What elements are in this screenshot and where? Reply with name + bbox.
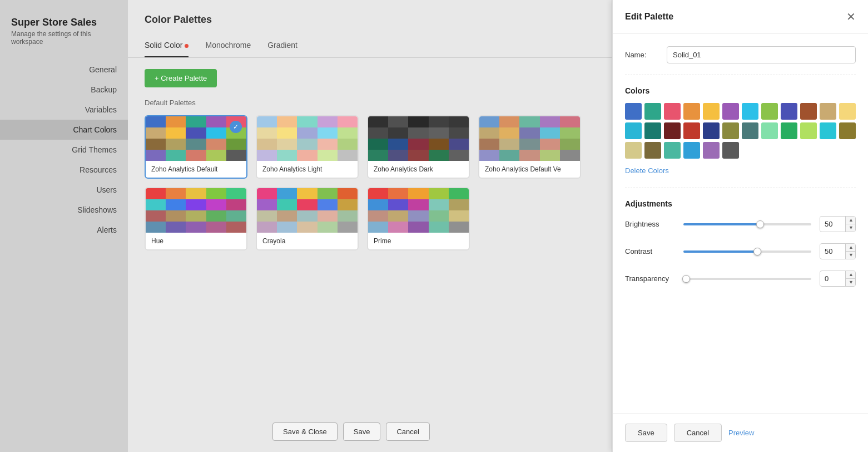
contrast-label: Contrast — [625, 247, 675, 256]
color-swatch[interactable] — [742, 103, 758, 120]
colors-section-title: Colors — [625, 86, 856, 95]
color-swatch[interactable] — [664, 103, 681, 120]
edit-preview-button[interactable]: Preview — [728, 429, 754, 437]
contrast-track — [683, 250, 811, 253]
color-swatch[interactable] — [703, 122, 720, 139]
edit-cancel-button[interactable]: Cancel — [674, 424, 722, 442]
color-swatch[interactable] — [644, 122, 661, 139]
brightness-track — [683, 223, 811, 225]
tab-solid-color[interactable]: Solid Color — [145, 34, 189, 57]
transparency-up[interactable]: ▲ — [846, 271, 856, 279]
color-swatch[interactable] — [722, 103, 739, 120]
sidebar-item-alerts[interactable]: Alerts — [0, 220, 128, 240]
save-close-button[interactable]: Save & Close — [272, 422, 338, 441]
palette-name: Crayola — [257, 233, 358, 249]
color-swatch[interactable] — [625, 103, 642, 120]
name-input[interactable] — [667, 46, 856, 63]
tab-monochrome[interactable]: Monochrome — [205, 34, 251, 57]
palette-card[interactable]: Hue — [145, 187, 247, 250]
color-swatch[interactable] — [839, 122, 856, 139]
color-swatch[interactable] — [683, 103, 700, 120]
name-field-row: Name: — [625, 46, 856, 75]
brightness-row: Brightness ▲ ▼ — [625, 216, 856, 232]
brightness-fill — [683, 223, 760, 225]
sidebar-item-slideshows[interactable]: Slideshows — [0, 200, 128, 220]
color-swatch[interactable] — [722, 142, 739, 159]
sidebar-item-chart-colors[interactable]: Chart Colors — [0, 120, 128, 140]
color-swatch[interactable] — [781, 103, 797, 120]
color-swatch[interactable] — [683, 122, 700, 139]
palette-name: Prime — [368, 233, 469, 249]
color-swatch[interactable] — [781, 122, 797, 139]
brightness-spinners: ▲ ▼ — [845, 217, 856, 232]
brightness-up[interactable]: ▲ — [846, 217, 856, 224]
sidebar-item-resources[interactable]: Resources — [0, 160, 128, 180]
color-swatch[interactable] — [820, 122, 836, 139]
contrast-thumb[interactable] — [753, 248, 761, 256]
transparency-input[interactable] — [820, 272, 845, 286]
create-palette-button[interactable]: + Create Palette — [145, 69, 217, 87]
brightness-slider-wrapper — [683, 223, 811, 225]
color-swatch[interactable] — [839, 103, 856, 120]
palette-card[interactable]: Zoho Analytics Dark — [367, 115, 470, 179]
color-swatch[interactable] — [703, 103, 720, 120]
color-swatch[interactable] — [625, 142, 642, 159]
color-swatch[interactable] — [644, 142, 661, 159]
color-swatch[interactable] — [820, 103, 836, 120]
palette-swatch — [146, 188, 246, 233]
contrast-up[interactable]: ▲ — [846, 244, 856, 252]
sidebar-item-variables[interactable]: Variables — [0, 100, 128, 120]
color-swatch[interactable] — [625, 122, 642, 139]
colors-grid — [625, 103, 856, 159]
palette-name: Hue — [146, 233, 246, 249]
cancel-button[interactable]: Cancel — [386, 422, 429, 441]
palette-card[interactable]: Zoho Analytics Light — [256, 115, 359, 179]
brightness-input[interactable] — [820, 217, 845, 231]
sidebar-item-general[interactable]: General — [0, 60, 128, 80]
save-button[interactable]: Save — [343, 422, 381, 441]
tab-gradient[interactable]: Gradient — [267, 34, 297, 57]
contrast-input[interactable] — [820, 244, 845, 258]
delete-colors-link[interactable]: Delete Colors — [625, 166, 669, 175]
color-swatch[interactable] — [742, 122, 758, 139]
palette-card[interactable]: ✓ Zoho Analytics Default — [145, 115, 247, 179]
color-swatch[interactable] — [800, 103, 817, 120]
close-button[interactable]: ✕ — [846, 10, 856, 23]
transparency-down[interactable]: ▼ — [846, 279, 856, 286]
contrast-slider-wrapper — [683, 250, 811, 253]
contrast-down[interactable]: ▼ — [846, 252, 856, 259]
palette-card[interactable]: Crayola — [256, 187, 359, 250]
edit-panel-header: Edit Palette ✕ — [613, 0, 868, 34]
transparency-row: Transparency ▲ ▼ — [625, 271, 856, 287]
adjustments-title: Adjustments — [625, 199, 856, 208]
color-swatch[interactable] — [683, 142, 700, 159]
sidebar-item-users[interactable]: Users — [0, 180, 128, 200]
main-content: Color Palettes Solid Color Monochrome Gr… — [128, 0, 612, 452]
color-swatch[interactable] — [722, 122, 739, 139]
color-swatch[interactable] — [800, 122, 817, 139]
transparency-slider-wrapper — [683, 278, 811, 280]
edit-save-button[interactable]: Save — [625, 424, 667, 442]
transparency-thumb[interactable] — [682, 275, 690, 283]
edit-panel-body: Name: Colors — [613, 34, 868, 413]
color-swatch[interactable] — [664, 142, 681, 159]
app-title: Super Store Sales — [11, 17, 117, 28]
palette-grid: ✓ Zoho Analytics Default Zoho Analytic — [128, 115, 612, 250]
palette-swatch — [479, 116, 580, 161]
tab-dot — [185, 44, 189, 48]
edit-panel: Edit Palette ✕ Name: Colors — [612, 0, 868, 452]
color-swatch[interactable] — [703, 142, 720, 159]
contrast-spinners: ▲ ▼ — [845, 244, 856, 259]
palette-card[interactable]: Prime — [367, 187, 470, 250]
sidebar-item-grid-themes[interactable]: Grid Themes — [0, 140, 128, 160]
color-swatch[interactable] — [761, 122, 778, 139]
brightness-down[interactable]: ▼ — [846, 224, 856, 232]
color-swatch[interactable] — [664, 122, 681, 139]
contrast-fill — [683, 250, 757, 253]
color-swatch[interactable] — [761, 103, 778, 120]
brightness-thumb[interactable] — [756, 220, 764, 228]
sidebar: Super Store Sales Manage the settings of… — [0, 0, 128, 452]
sidebar-item-backup[interactable]: Backup — [0, 80, 128, 100]
color-swatch[interactable] — [644, 103, 661, 120]
palette-card[interactable]: Zoho Analytics Default Ve — [478, 115, 581, 179]
